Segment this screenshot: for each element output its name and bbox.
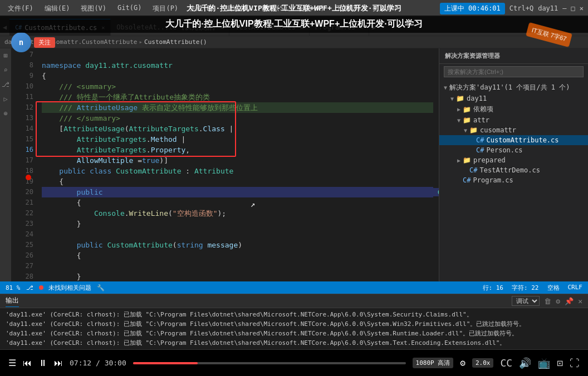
status-bar: 81 % ⎇ 未找到相关问题 🔧 行: 16 字符: 22 空格 CRLF [0, 281, 588, 294]
volume-icon[interactable]: 🔊 [519, 357, 531, 369]
playlist-button[interactable]: ☰ [8, 358, 16, 368]
git-branch-icon: ⎇ [26, 284, 33, 291]
tree-label-custom-attribute-cs: CustomAttribute.cs [486, 136, 558, 144]
avatar-area: n 关注 [11, 32, 55, 52]
line-numbers: 7 8 9 10 11 12 13 14 15 16 17 18 19 20 2… [11, 48, 36, 281]
window-title: 大几千的·控上位机VIP教程·工业互联+WPF+上位机开发·可以学习 [187, 3, 401, 13]
media-time: 07:12 / 30:00 [70, 359, 126, 367]
menu-view[interactable]: 视图(V) [77, 3, 110, 14]
menu-file[interactable]: 文件(F) [4, 3, 37, 14]
output-toolbar: 调试 🗑 ⚙ 📌 ✕ [512, 296, 582, 306]
tree-item-prepared[interactable]: ▶ 📁 prepared [439, 155, 588, 165]
left-sidebar: ⊞ ⌕ ⎇ ▷ ⊕ [0, 48, 11, 281]
error-label: 未找到相关问题 [48, 284, 91, 291]
chevron-right-icon: ▶ [457, 157, 460, 164]
sidebar-debug-icon[interactable]: ▷ [1, 95, 10, 103]
cs-file-icon: C# [476, 146, 484, 154]
tree-label-attr: attr [473, 116, 489, 124]
tree-item-custom-attribute-cs[interactable]: ▶ C# CustomAttribute.cs [439, 135, 588, 145]
cs-file-icon: C# [469, 166, 477, 174]
error-indicator[interactable]: 未找到相关问题 [39, 284, 92, 292]
fullscreen-icon[interactable]: ⛶ [570, 357, 580, 369]
solution-root: ▼ 解决方案'day11'(1 个项目/共 1 个) [439, 82, 588, 93]
breakpoint-marker[interactable] [26, 175, 31, 180]
tree-item-day11[interactable]: ▼ 📁 day11 [439, 93, 588, 103]
code-editor[interactable]: namespace day11.attr.cusomattr { /// <su… [36, 48, 439, 281]
subtitle-icon[interactable]: CC [500, 357, 512, 369]
menu-project[interactable]: 项目(P) [149, 3, 182, 14]
search-input[interactable] [444, 66, 584, 77]
minimize-icon[interactable]: — [562, 4, 566, 12]
tree-item-attr[interactable]: ▼ 📁 attr [439, 115, 588, 125]
pin-panel-button[interactable]: 📌 [565, 297, 574, 305]
progress-bar[interactable] [133, 362, 406, 364]
output-settings-icon[interactable]: ⚙ [556, 297, 560, 305]
code-main: ⊞ ⌕ ⎇ ▷ ⊕ 7 8 9 10 11 12 13 14 15 1 [0, 48, 588, 281]
tree-label-person-cs: Person.cs [486, 146, 522, 154]
tree-label-prepared: prepared [473, 156, 506, 164]
subscribe-banner: 大几千的·控上位机VIP教程·工业互联+WPF+上位机开发·可以学习 [0, 16, 588, 33]
editor-section: 7 8 9 10 11 12 13 14 15 16 17 18 19 20 2… [11, 48, 439, 281]
line-col: 行: 16 [483, 284, 504, 292]
chevron-down-icon: ▼ [444, 85, 447, 91]
maximize-icon[interactable]: □ [571, 4, 575, 12]
folder-icon: 📁 [463, 116, 471, 124]
tree-item-program-cs[interactable]: ▶ C# Program.cs [439, 175, 588, 185]
output-line: 'day11.exe' (CoreCLR: clrhost): 已加载 "C:\… [6, 329, 582, 338]
output-line: 'day11.exe' (CoreCLR: clrhost): 已加载 "C:\… [6, 310, 582, 319]
settings-icon[interactable]: ⚙ [460, 358, 465, 368]
tree-item-test-attr-demo[interactable]: ▶ C# TestAttrDemo.cs [439, 165, 588, 175]
path-method: CustomAttribute() [144, 38, 207, 46]
output-panel: 输出 调试 🗑 ⚙ 📌 ✕ 'day11.exe' (CoreCLR: clrh… [0, 294, 588, 349]
error-dot [39, 285, 43, 290]
tab-output[interactable]: 输出 [6, 295, 19, 307]
solution-label: 解决方案'day11'(1 个项目/共 1 个) [449, 83, 570, 92]
code-body: 7 8 9 10 11 12 13 14 15 16 17 18 19 20 2… [11, 48, 439, 281]
search-box [439, 64, 588, 80]
status-left: 81 % ⎇ 未找到相关问题 🔧 [6, 284, 105, 292]
tree-label-test-attr-demo: TestAttrDemo.cs [479, 166, 540, 174]
folder-icon: 📁 [463, 156, 471, 164]
app-container: 大几千的·控上位机VIP教程·工业互联+WPF+上位机开发·可以学习 文件(F)… [0, 0, 588, 376]
menu-edit[interactable]: 编辑(E) [41, 3, 74, 14]
cs-file-icon: C# [463, 176, 471, 184]
output-tabs: 输出 调试 🗑 ⚙ 📌 ✕ [0, 294, 588, 308]
chevron-down-icon: ▼ [457, 117, 460, 123]
close-icon[interactable]: ✕ [580, 4, 584, 12]
pip-icon[interactable]: ⊡ [557, 357, 563, 369]
prev-button[interactable]: ⏮ [23, 358, 32, 368]
tree-item-person-cs[interactable]: ▶ C# Person.cs [439, 145, 588, 155]
output-source-select[interactable]: 调试 [512, 296, 540, 306]
folder-icon: 📁 [463, 106, 471, 113]
close-panel-button[interactable]: ✕ [578, 297, 582, 305]
speed-selector[interactable]: 2.0x [472, 358, 494, 368]
tree-label-deps: 依赖项 [473, 105, 493, 114]
sidebar-git-icon[interactable]: ⎇ [1, 80, 10, 89]
path-bar: day11.attr.cusomattr.CustomAttribute ▸ C… [0, 36, 588, 48]
tools-icon[interactable]: 🔧 [97, 284, 105, 291]
avatar: n [11, 32, 31, 52]
char-col: 字符: 22 [512, 284, 539, 292]
menu-git[interactable]: Git(G) [114, 3, 145, 14]
play-pause-button[interactable]: ⏸ [38, 358, 47, 368]
cs-file-icon: C# [476, 136, 484, 144]
zoom-level[interactable]: 81 % [6, 284, 21, 291]
chevron-right-icon: ▶ [457, 106, 460, 112]
top-bar: 文件(F) 编辑(E) 视图(V) Git(G) 项目(P) 生成(B) 调试(… [0, 0, 588, 17]
sidebar-search-icon[interactable]: ⌕ [1, 66, 10, 75]
sidebar-extensions-icon[interactable]: ⊕ [1, 109, 10, 118]
tree-item-deps[interactable]: ▶ 📁 依赖项 [439, 103, 588, 115]
airplay-icon[interactable]: 📺 [538, 357, 550, 369]
progress-fill [133, 362, 198, 364]
output-content: 'day11.exe' (CoreCLR: clrhost): 已加载 "C:\… [0, 308, 588, 349]
time-display: 上课中 00:46:01 [440, 3, 505, 14]
next-button[interactable]: ⏭ [54, 358, 63, 368]
resolution-selector[interactable]: 1080P 高清 [413, 358, 454, 368]
output-line: 'day11.exe' (CoreCLR: clrhost): 已加载 "C:\… [6, 338, 582, 348]
clear-output-button[interactable]: 🗑 [544, 297, 551, 305]
tree-item-cusomattr[interactable]: ▼ 📁 cusomattr [439, 125, 588, 135]
tree-label-cusomattr: cusomattr [480, 126, 516, 134]
status-right: 行: 16 字符: 22 空格 CRLF [483, 284, 583, 292]
sidebar-explorer-icon[interactable]: ⊞ [1, 51, 10, 60]
follow-button[interactable]: 关注 [34, 37, 55, 48]
